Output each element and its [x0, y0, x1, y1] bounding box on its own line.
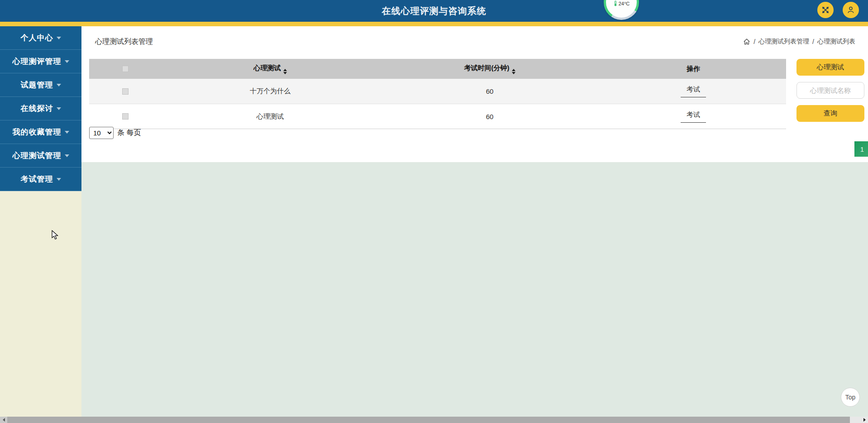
psych-test-button[interactable]: 心理测试	[796, 59, 864, 76]
sidebar-item-favorites-management[interactable]: 我的收藏管理	[0, 120, 81, 144]
right-arrow-icon	[863, 418, 866, 422]
header-checkbox-cell	[89, 66, 162, 72]
cell-test-name: 十万个为什么	[162, 87, 379, 96]
select-all-checkbox[interactable]	[122, 66, 129, 72]
breadcrumb: / 心理测试列表管理 / 心理测试列表	[743, 38, 855, 46]
sidebar-item-label: 在线探讨	[21, 103, 53, 114]
cell-exam-time: 60	[379, 87, 601, 95]
sidebar-item-personal-center[interactable]: 个人中心	[0, 26, 81, 50]
sidebar: 个人中心 心理测评管理 试题管理 在线探讨 我的收藏管理 心理测试管理 考试管理	[0, 26, 81, 417]
chevron-down-icon	[65, 154, 69, 157]
sidebar-item-label: 个人中心	[21, 33, 53, 43]
row-checkbox-cell	[89, 113, 162, 120]
breadcrumb-item-current: 心理测试列表	[817, 38, 855, 46]
column-header-time[interactable]: 考试时间(分钟)	[379, 64, 601, 74]
exam-action-button[interactable]: 考试	[681, 85, 706, 97]
search-button[interactable]: 查询	[796, 105, 864, 122]
page-size-select[interactable]: 10	[89, 127, 114, 139]
chevron-down-icon	[57, 178, 61, 181]
exam-action-button[interactable]: 考试	[681, 111, 706, 123]
sidebar-item-psych-test-management[interactable]: 心理测试管理	[0, 144, 81, 168]
column-header-label: 操作	[687, 65, 700, 72]
search-panel: 心理测试 查询	[796, 59, 864, 122]
chevron-down-icon	[57, 84, 61, 87]
cell-test-name: 心理测试	[162, 112, 379, 121]
fullscreen-expand-icon	[821, 5, 830, 14]
column-header-label: 考试时间(分钟)	[464, 64, 510, 72]
page-title: 心理测试列表管理	[95, 37, 153, 47]
sort-icon[interactable]	[283, 69, 287, 74]
cell-action: 考试	[601, 85, 786, 97]
cell-exam-time: 60	[379, 113, 601, 120]
thermometer-icon	[613, 0, 618, 6]
scroll-left-arrow[interactable]	[0, 417, 7, 423]
scroll-right-arrow[interactable]	[861, 417, 868, 423]
sidebar-item-label: 试题管理	[21, 80, 53, 90]
top-header-bar: 在线心理评测与咨询系统	[0, 0, 868, 22]
per-page-label: 条 每页	[117, 128, 141, 138]
chevron-down-icon	[65, 131, 69, 134]
table-row: 十万个为什么 60 考试	[89, 79, 786, 104]
column-header-name[interactable]: 心理测试	[162, 64, 379, 74]
scrollbar-thumb[interactable]	[7, 417, 850, 423]
table-header-row: 心理测试 考试时间(分钟) 操作	[89, 59, 786, 79]
row-checkbox-cell	[89, 88, 162, 95]
test-name-search-input[interactable]	[796, 82, 864, 99]
temperature-row: 24°C	[613, 0, 630, 6]
page-number-button[interactable]: 1	[854, 141, 868, 157]
breadcrumb-separator: /	[812, 38, 814, 45]
cell-action: 考试	[601, 111, 786, 123]
user-profile-button[interactable]	[843, 2, 859, 18]
sidebar-item-label: 我的收藏管理	[13, 127, 62, 137]
chevron-down-icon	[57, 107, 61, 110]
sidebar-item-online-discussion[interactable]: 在线探讨	[0, 97, 81, 120]
content-card: 心理测试列表管理 / 心理测试列表管理 / 心理测试列表 心理测试 考试时间(	[81, 26, 868, 162]
sort-icon[interactable]	[512, 69, 515, 74]
app-title: 在线心理评测与咨询系统	[0, 0, 868, 22]
app-screen: 在线心理评测与咨询系统 45% 24°C	[0, 0, 868, 423]
sidebar-item-label: 心理测评管理	[13, 56, 62, 67]
left-arrow-icon	[3, 418, 5, 422]
chevron-down-icon	[57, 37, 61, 39]
column-header-label: 心理测试	[254, 64, 281, 72]
sidebar-item-assessment-management[interactable]: 心理测评管理	[0, 50, 81, 73]
sidebar-item-label: 考试管理	[21, 174, 53, 184]
temperature-value: 24°C	[619, 1, 630, 6]
breadcrumb-separator: /	[754, 38, 755, 45]
pagination-controls: 10 条 每页	[89, 127, 141, 139]
horizontal-scrollbar	[0, 417, 868, 423]
fullscreen-button[interactable]	[817, 2, 834, 18]
breadcrumb-item-parent[interactable]: 心理测试列表管理	[758, 38, 809, 46]
sidebar-item-question-management[interactable]: 试题管理	[0, 73, 81, 97]
sidebar-item-exam-management[interactable]: 考试管理	[0, 168, 81, 191]
sidebar-item-label: 心理测试管理	[13, 150, 62, 161]
chevron-down-icon	[65, 60, 69, 63]
table-row: 心理测试 60 考试	[89, 104, 786, 129]
row-checkbox[interactable]	[122, 113, 129, 120]
home-icon[interactable]	[743, 38, 750, 45]
weather-widget-face: 45% 24°C	[606, 0, 637, 18]
column-header-action: 操作	[601, 65, 786, 73]
header-accent-band	[0, 22, 868, 26]
psych-test-table: 心理测试 考试时间(分钟) 操作 十万个为什么 60 考试	[89, 59, 786, 129]
back-to-top-button[interactable]: Top	[841, 388, 860, 407]
user-icon	[846, 5, 855, 14]
row-checkbox[interactable]	[122, 88, 129, 95]
